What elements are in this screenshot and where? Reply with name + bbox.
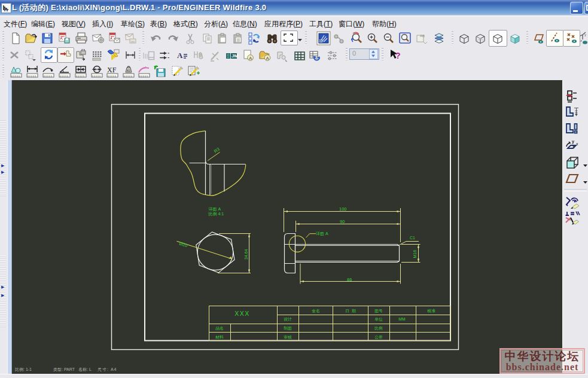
svg-text:设计: 设计 (284, 317, 292, 321)
svg-text:86: 86 (347, 277, 352, 282)
svg-text:比例: 比例 (374, 326, 383, 331)
svg-text:Ø20: Ø20 (178, 240, 188, 248)
svg-text:尺寸: A4: 尺寸: A4 (98, 367, 117, 372)
svg-text:M16: M16 (413, 250, 417, 258)
svg-text:核准: 核准 (426, 309, 435, 313)
svg-text:全名: 全名 (312, 309, 320, 313)
svg-text:100: 100 (339, 206, 347, 212)
svg-text:比例 4:1: 比例 4:1 (209, 212, 224, 217)
svg-text:公差: 公差 (374, 335, 383, 339)
svg-text:品名: 品名 (215, 326, 224, 331)
svg-text:审核: 审核 (284, 335, 292, 340)
svg-text:单位: 单位 (374, 317, 383, 321)
svg-text:R3: R3 (213, 147, 221, 154)
svg-text:制图: 制图 (283, 326, 292, 331)
svg-text:详图 A: 详图 A (209, 206, 221, 212)
svg-text:C1: C1 (410, 236, 415, 240)
svg-text:名称: L: 名称: L (78, 367, 92, 372)
svg-text:详图 A: 详图 A (316, 231, 328, 236)
svg-text:图号: 图号 (374, 309, 383, 313)
svg-text:XXX: XXX (234, 310, 250, 317)
svg-text:材料: 材料 (215, 335, 224, 340)
svg-text:日 期: 日 期 (345, 309, 356, 313)
svg-text:类型: PART: 类型: PART (53, 367, 75, 372)
svg-text:比例: 1-1: 比例: 1-1 (15, 367, 32, 372)
svg-text:y: y (572, 139, 574, 144)
svg-text:90: 90 (340, 219, 345, 224)
svg-text:34.64: 34.64 (244, 249, 248, 260)
svg-text:MM: MM (398, 317, 406, 321)
